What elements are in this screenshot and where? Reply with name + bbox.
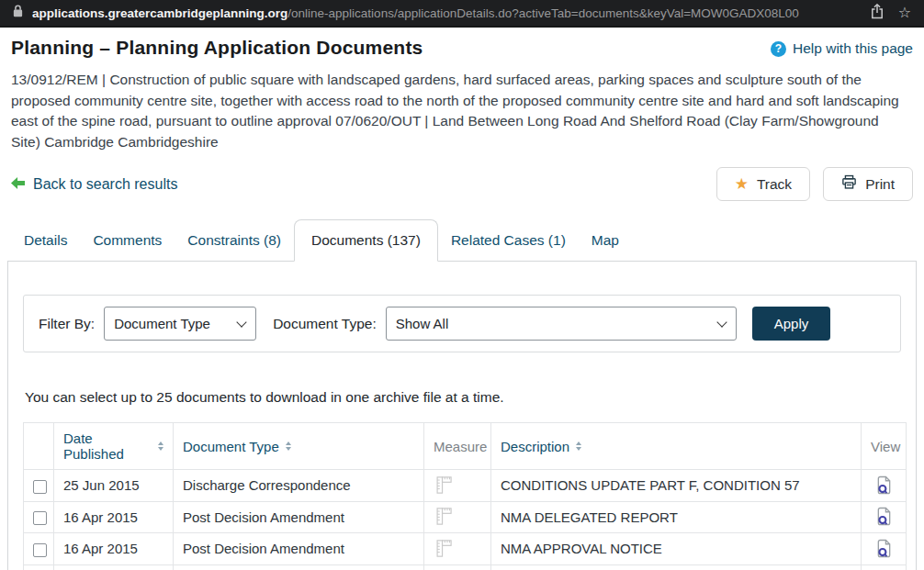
measure-ruler-icon[interactable] xyxy=(434,513,452,529)
document-type-select-wrap: Show All xyxy=(386,307,737,341)
back-link-label: Back to search results xyxy=(33,176,177,193)
date-published-cell: 16 Apr 2015 xyxy=(54,501,174,533)
document-type-cell: Post Decision Amendment xyxy=(174,501,424,533)
page-content: Planning – Planning Application Document… xyxy=(0,37,924,570)
measure-header: Measure xyxy=(424,423,491,470)
date-published-cell: 16 Apr 2015 xyxy=(54,533,174,565)
tab-map[interactable]: Map xyxy=(579,220,632,261)
help-link-label: Help with this page xyxy=(793,40,913,57)
application-summary: 13/0912/REM | Construction of public squ… xyxy=(7,70,913,152)
actions-row: Back to search results ★ Track Print xyxy=(7,167,917,201)
browser-address-bar: applications.greatercambridgeplanning.or… xyxy=(0,0,924,28)
back-arrow-icon xyxy=(11,176,25,193)
documents-table: Date Published Document Type Measure xyxy=(23,422,907,570)
date-published-header: Date Published xyxy=(54,423,174,470)
table-row: 16 Apr 2015 Post Decision Amendment NMA … xyxy=(24,501,907,533)
track-button-label: Track xyxy=(757,176,792,193)
date-published-cell: 05 Mar 2015 xyxy=(54,564,174,570)
filter-bar: Filter By: Document Type Document Type: … xyxy=(23,295,901,352)
date-published-cell: 25 Jun 2015 xyxy=(54,470,174,502)
download-limit-note: You can select up to 25 documents to dow… xyxy=(25,389,899,406)
document-type-cell: Post Decision Amendment xyxy=(174,564,424,570)
description-cell: CONDITIONS UPDATE PART F, CONDITION 57 xyxy=(491,470,862,502)
url-domain: applications.greatercambridgeplanning.or… xyxy=(32,6,287,20)
sort-icon xyxy=(576,441,581,451)
sort-icon xyxy=(286,441,291,451)
document-type-header: Document Type xyxy=(174,423,424,470)
view-cell xyxy=(862,533,907,565)
filter-by-label: Filter By: xyxy=(39,316,95,332)
select-column-header xyxy=(24,423,54,470)
description-cell: NMA DELEGATED REPORT xyxy=(491,501,862,533)
measure-ruler-icon[interactable] xyxy=(434,545,452,561)
help-icon: ? xyxy=(771,41,786,57)
print-icon xyxy=(841,174,857,194)
measure-cell xyxy=(424,564,491,570)
document-select-checkbox[interactable] xyxy=(33,543,47,557)
page-header: Planning – Planning Application Document… xyxy=(7,37,917,59)
tab-constraints[interactable]: Constraints (8) xyxy=(175,220,294,261)
measure-cell xyxy=(424,533,491,565)
document-type-select[interactable]: Show All xyxy=(386,307,737,341)
document-type-cell: Discharge Correspondence xyxy=(174,470,424,502)
view-header: View xyxy=(862,423,907,470)
url-path: /online-applications/applicationDetails.… xyxy=(287,6,799,20)
table-row: 16 Apr 2015 Post Decision Amendment NMA … xyxy=(24,533,907,565)
filter-by-select[interactable]: Document Type xyxy=(104,307,256,341)
tab-details[interactable]: Details xyxy=(11,220,80,261)
view-cell xyxy=(862,470,907,502)
document-type-sort-link[interactable]: Document Type xyxy=(183,439,291,454)
filter-by-select-wrap: Document Type xyxy=(104,307,256,341)
view-document-icon[interactable] xyxy=(875,482,893,497)
track-button[interactable]: ★ Track xyxy=(716,167,810,201)
view-document-icon[interactable] xyxy=(875,513,893,529)
print-button-label: Print xyxy=(865,176,895,193)
measure-cell xyxy=(424,501,491,533)
tab-related-cases[interactable]: Related Cases (1) xyxy=(438,220,579,261)
track-star-icon: ★ xyxy=(735,176,749,192)
share-icon[interactable] xyxy=(871,4,884,23)
view-cell xyxy=(862,501,907,533)
tab-bar: Details Comments Constraints (8) Documen… xyxy=(7,219,917,261)
documents-panel: Filter By: Document Type Document Type: … xyxy=(7,261,917,570)
measure-ruler-icon[interactable] xyxy=(434,482,452,497)
lock-icon xyxy=(13,5,23,21)
sort-icon xyxy=(158,441,163,451)
page-title: Planning – Planning Application Document… xyxy=(11,37,423,59)
help-link[interactable]: ? Help with this page xyxy=(771,40,913,57)
description-cell: NOTIFICATION OF AMENDMENT xyxy=(491,564,862,570)
url-text[interactable]: applications.greatercambridgeplanning.or… xyxy=(32,6,799,20)
tab-documents[interactable]: Documents (137) xyxy=(294,219,438,262)
description-header: Description xyxy=(491,423,862,470)
document-type-cell: Post Decision Amendment xyxy=(174,533,424,565)
tab-comments[interactable]: Comments xyxy=(80,220,175,261)
bookmark-star-icon[interactable]: ☆ xyxy=(898,6,911,20)
view-document-icon[interactable] xyxy=(875,545,893,561)
document-type-label: Document Type: xyxy=(273,316,377,332)
document-select-checkbox[interactable] xyxy=(33,480,47,494)
back-to-search-link[interactable]: Back to search results xyxy=(11,176,177,193)
measure-cell xyxy=(424,470,491,502)
date-published-sort-link[interactable]: Date Published xyxy=(63,430,163,462)
print-button[interactable]: Print xyxy=(823,167,913,201)
documents-table-body: 25 Jun 2015 Discharge Correspondence CON… xyxy=(24,470,907,570)
apply-button[interactable]: Apply xyxy=(752,307,831,341)
view-cell xyxy=(862,564,907,570)
description-sort-link[interactable]: Description xyxy=(501,439,581,454)
document-select-checkbox[interactable] xyxy=(33,511,47,525)
description-cell: NMA APPROVAL NOTICE xyxy=(491,533,862,565)
table-row: 05 Mar 2015 Post Decision Amendment NOTI… xyxy=(24,564,907,570)
table-row: 25 Jun 2015 Discharge Correspondence CON… xyxy=(24,470,907,502)
table-header-row: Date Published Document Type Measure xyxy=(24,423,907,470)
